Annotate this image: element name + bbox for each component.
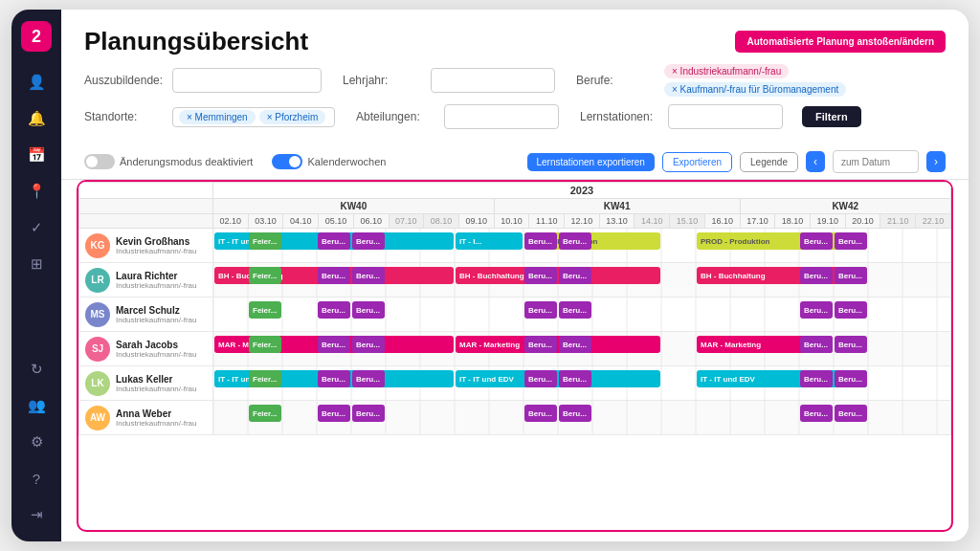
event-bar[interactable]: Beru... bbox=[800, 405, 833, 422]
event-bar[interactable]: Beru... bbox=[318, 370, 350, 387]
event-bar[interactable]: Beru... bbox=[318, 267, 350, 284]
event-bar[interactable]: Beru... bbox=[352, 405, 385, 422]
sidebar-icon-calendar[interactable]: 📅 bbox=[21, 140, 52, 170]
person-cell-3: SJ Sarah Jacobs Industriekaufmann/-frau bbox=[79, 332, 213, 366]
aenderungsmodus-toggle[interactable]: Änderungsmodus deaktiviert bbox=[84, 154, 253, 169]
event-bar[interactable]: Feier... bbox=[249, 336, 281, 353]
event-bar[interactable]: Feier... bbox=[249, 267, 281, 284]
event-bar[interactable]: Beru... bbox=[835, 301, 867, 319]
event-bar[interactable]: Beru... bbox=[318, 336, 350, 353]
event-bar[interactable]: Feier... bbox=[249, 301, 281, 319]
person-cell-4: LK Lukas Keller Industriekaufmann/-frau bbox=[79, 366, 213, 401]
auszubildende-label: Auszubildende: bbox=[84, 74, 161, 87]
date-1: 03.10 bbox=[248, 214, 283, 229]
sidebar-icon-user[interactable]: 👤 bbox=[21, 67, 52, 98]
sidebar-icon-check[interactable]: ✓ bbox=[21, 212, 52, 243]
event-bar[interactable]: Beru... bbox=[524, 232, 557, 250]
event-bar[interactable]: IT - I... bbox=[456, 232, 523, 250]
sidebar-icon-people[interactable]: 👥 bbox=[21, 390, 52, 421]
event-bar[interactable]: Beru... bbox=[352, 370, 385, 387]
event-bar[interactable]: Beru... bbox=[524, 301, 557, 319]
lehrjahr-input[interactable] bbox=[431, 68, 555, 93]
avatar: AW bbox=[85, 406, 110, 430]
berufe-tag-1[interactable]: × Kaufmann/-frau für Büromanagement bbox=[664, 82, 846, 97]
date-0: 02.10 bbox=[213, 214, 249, 229]
datum-input[interactable] bbox=[833, 150, 919, 173]
lernstationen-export-button[interactable]: Lernstationen exportieren bbox=[527, 153, 655, 171]
event-bar[interactable]: Beru... bbox=[800, 232, 833, 250]
prev-nav-button[interactable]: ‹ bbox=[806, 151, 825, 172]
event-bar[interactable]: Beru... bbox=[559, 232, 591, 250]
filter-section: Auszubildende: Lehrjahr: Berufe: × Indus… bbox=[84, 64, 946, 137]
legende-button[interactable]: Legende bbox=[740, 152, 798, 172]
person-events-1: BH - BuchhaltungFeier...Beru...Beru...BH… bbox=[213, 263, 951, 298]
calendar-container[interactable]: 2023 KW40 KW41 KW42 02.10 03.10 04.10 05… bbox=[77, 180, 953, 532]
standorte-label: Standorte: bbox=[84, 110, 161, 123]
event-bar[interactable]: Beru... bbox=[835, 267, 867, 284]
person-role: Industriekaufmann/-frau bbox=[116, 247, 197, 255]
berufe-tag-0[interactable]: × Industriekaufmann/-frau bbox=[664, 64, 789, 78]
page-title: Planungsübersicht bbox=[84, 27, 308, 56]
filter-row-1: Auszubildende: Lehrjahr: Berufe: × Indus… bbox=[84, 64, 946, 97]
standort-tag-1[interactable]: × Pforzheim bbox=[259, 110, 326, 124]
event-bar[interactable]: Beru... bbox=[559, 301, 591, 319]
event-bar[interactable]: Beru... bbox=[352, 267, 385, 284]
event-bar[interactable]: Beru... bbox=[352, 301, 385, 319]
event-bar[interactable]: Feier... bbox=[249, 370, 281, 387]
date-17: 19.10 bbox=[810, 214, 845, 229]
event-bar[interactable]: Beru... bbox=[559, 267, 591, 284]
event-bar[interactable]: Beru... bbox=[524, 267, 557, 284]
event-bar[interactable]: Feier... bbox=[249, 405, 281, 422]
event-bar[interactable]: MAR - Marketing bbox=[456, 336, 660, 353]
table-row: SJ Sarah Jacobs Industriekaufmann/-frau … bbox=[79, 332, 951, 366]
person-info: Anna Weber Industriekaufmann/-frau bbox=[116, 408, 197, 428]
event-bar[interactable]: Beru... bbox=[524, 370, 557, 387]
event-bar[interactable]: Beru... bbox=[318, 301, 350, 319]
kw40-header: KW40 bbox=[213, 199, 495, 214]
event-bar[interactable]: Beru... bbox=[559, 405, 591, 422]
event-bar[interactable]: Beru... bbox=[318, 405, 350, 422]
sidebar-icon-refresh[interactable]: ↻ bbox=[21, 354, 52, 385]
auszubildende-input[interactable] bbox=[172, 68, 322, 93]
automatisierte-planung-button[interactable]: Automatisierte Planung anstoßen/ändern bbox=[735, 31, 946, 53]
event-bar[interactable]: Beru... bbox=[352, 336, 385, 353]
person-role: Industriekaufmann/-frau bbox=[116, 419, 197, 428]
event-bar[interactable]: Beru... bbox=[524, 336, 557, 353]
event-bar[interactable]: Beru... bbox=[800, 267, 833, 284]
event-bar[interactable]: Beru... bbox=[835, 232, 867, 250]
sidebar-icon-help[interactable]: ? bbox=[21, 463, 52, 494]
next-nav-button[interactable]: › bbox=[926, 151, 946, 172]
sidebar-icon-logout[interactable]: ⇥ bbox=[21, 499, 52, 530]
kalenderwochen-toggle[interactable]: Kalenderwochen bbox=[272, 154, 386, 169]
exportieren-button[interactable]: Exportieren bbox=[662, 152, 732, 172]
table-row: AW Anna Weber Industriekaufmann/-frau Fe… bbox=[79, 401, 951, 435]
filtern-button[interactable]: Filtern bbox=[802, 106, 861, 127]
event-bar[interactable]: Beru... bbox=[800, 301, 833, 319]
event-bar[interactable]: Beru... bbox=[352, 232, 385, 250]
event-bar[interactable]: Beru... bbox=[524, 405, 557, 422]
event-bar[interactable]: Beru... bbox=[559, 370, 591, 387]
date-11: 13.10 bbox=[599, 214, 635, 229]
toggle-track[interactable] bbox=[84, 154, 115, 169]
sidebar-icon-grid[interactable]: ⊞ bbox=[21, 249, 52, 279]
kalenderwochen-track[interactable] bbox=[272, 154, 302, 169]
person-events-2: Feier...Beru...Beru...Beru...Beru...Beru… bbox=[213, 298, 951, 332]
sidebar-icon-location[interactable]: 📍 bbox=[21, 176, 52, 207]
event-bar[interactable]: Beru... bbox=[318, 232, 350, 250]
page-header: Planungsübersicht Automatisierte Planung… bbox=[61, 10, 969, 144]
sidebar-icon-settings[interactable]: ⚙ bbox=[21, 427, 52, 457]
event-bar[interactable]: Beru... bbox=[800, 370, 833, 387]
lernstationen-input[interactable] bbox=[668, 104, 783, 129]
abteilungen-input[interactable] bbox=[444, 104, 559, 129]
event-bar[interactable]: Beru... bbox=[800, 336, 833, 353]
event-bar[interactable]: Beru... bbox=[835, 405, 867, 422]
event-bar[interactable]: Feier... bbox=[249, 232, 281, 250]
event-bar[interactable]: IT - IT und EDV bbox=[456, 370, 660, 387]
sidebar-icon-bell[interactable]: 🔔 bbox=[21, 103, 52, 134]
event-bar[interactable]: Beru... bbox=[835, 370, 867, 387]
event-bar[interactable]: Beru... bbox=[559, 336, 591, 353]
event-bar[interactable]: Beru... bbox=[835, 336, 867, 353]
date-14: 16.10 bbox=[704, 214, 740, 229]
event-bar[interactable]: BH - Buchhaltung bbox=[456, 267, 660, 284]
standort-tag-0[interactable]: × Memmingen bbox=[179, 110, 256, 124]
